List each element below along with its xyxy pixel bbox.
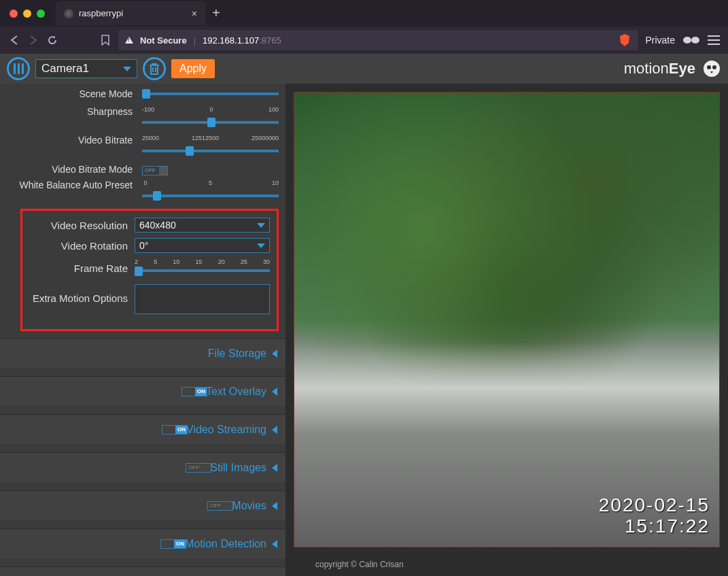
delete-camera-button[interactable] xyxy=(143,57,166,80)
browser-menu-button[interactable] xyxy=(708,35,720,45)
extra-motion-options-input[interactable] xyxy=(135,284,270,314)
motion-detection-toggle[interactable]: ON xyxy=(160,539,186,549)
camera-select-value: Camera1 xyxy=(41,62,89,75)
settings-sidebar: Scene Mode Sharpness -1000100 Video Bitr… xyxy=(0,84,285,576)
shield-icon[interactable] xyxy=(618,33,631,47)
scene-mode-label: Scene Mode xyxy=(0,88,139,99)
chevron-down-icon xyxy=(257,243,265,248)
camera-frame[interactable]: 2020-02-15 15:17:22 xyxy=(294,92,720,547)
hamburger-icon xyxy=(14,63,24,74)
warning-icon xyxy=(125,37,133,44)
preview-pane: 2020-02-15 15:17:22 copyright © Calin Cr… xyxy=(285,84,728,576)
copyright-text: copyright © Calin Crisan xyxy=(285,556,728,576)
url-host: 192.168.1.107 xyxy=(203,35,259,46)
video-resolution-label: Video Resolution xyxy=(29,220,135,231)
chevron-left-icon xyxy=(272,540,277,548)
chevron-left-icon xyxy=(272,388,277,396)
not-secure-label: Not Secure xyxy=(140,35,187,46)
window-close-button[interactable] xyxy=(10,10,18,18)
video-settings-highlight: Video Resolution 640x480 Video Rotation … xyxy=(20,209,279,331)
forward-button[interactable] xyxy=(27,34,39,46)
section-motion-detection[interactable]: ON Motion Detection xyxy=(0,528,285,558)
owl-logo-icon xyxy=(702,59,721,78)
video-rotation-select[interactable]: 0° xyxy=(135,238,270,253)
tab-close-button[interactable]: × xyxy=(192,8,197,19)
browser-tab[interactable]: raspberrypi × xyxy=(56,1,205,25)
svg-rect-4 xyxy=(708,44,720,45)
svg-point-6 xyxy=(707,65,711,69)
window-controls xyxy=(10,10,45,18)
reload-button[interactable] xyxy=(46,34,58,46)
svg-point-7 xyxy=(712,65,716,69)
private-mask-icon xyxy=(682,35,701,45)
svg-point-1 xyxy=(691,37,699,44)
app-title: motionEye xyxy=(624,60,695,78)
section-still-images[interactable]: OFF Still Images xyxy=(0,452,285,482)
camera-select[interactable]: Camera1 xyxy=(35,59,137,78)
scene-mode-slider[interactable] xyxy=(142,86,279,102)
window-minimize-button[interactable] xyxy=(23,10,31,18)
new-tab-button[interactable]: + xyxy=(212,5,220,21)
section-movies[interactable]: OFF Movies xyxy=(0,490,285,520)
svg-point-5 xyxy=(704,61,720,77)
trash-icon xyxy=(148,62,160,75)
window-maximize-button[interactable] xyxy=(37,10,45,18)
svg-point-0 xyxy=(683,37,691,44)
tab-bar: raspberrypi × + xyxy=(0,0,728,27)
section-text-overlay[interactable]: ON Text Overlay xyxy=(0,376,285,406)
svg-rect-2 xyxy=(708,35,720,37)
chevron-down-icon xyxy=(123,67,131,71)
bookmark-icon[interactable] xyxy=(99,34,111,46)
video-bitrate-mode-toggle[interactable]: OFF xyxy=(142,166,168,175)
app-header: Camera1 Apply motionEye xyxy=(0,54,728,84)
chevron-left-icon xyxy=(272,426,277,434)
tab-title: raspberrypi xyxy=(79,8,186,18)
wb-auto-preset-label: White Balance Auto Preset xyxy=(0,180,139,204)
menu-toggle-button[interactable] xyxy=(7,57,30,80)
private-mode-label: Private xyxy=(645,35,675,46)
movies-toggle[interactable]: OFF xyxy=(207,501,233,511)
video-bitrate-label: Video Bitrate xyxy=(0,135,139,159)
main-area: Scene Mode Sharpness -1000100 Video Bitr… xyxy=(0,84,728,576)
browser-chrome: raspberrypi × + Not Secure | 192.168.1.1… xyxy=(0,0,728,54)
wb-auto-preset-slider[interactable] xyxy=(142,188,279,204)
sharpness-slider[interactable] xyxy=(142,114,279,131)
section-file-storage[interactable]: File Storage xyxy=(0,338,285,368)
url-port: :8765 xyxy=(259,35,281,46)
section-video-streaming[interactable]: ON Video Streaming xyxy=(0,414,285,444)
back-button[interactable] xyxy=(8,34,20,46)
extra-motion-options-label: Extra Motion Options xyxy=(29,284,135,304)
section-motion-notifications[interactable]: Motion Notifications xyxy=(0,566,285,576)
frame-rate-label: Frame Rate xyxy=(29,262,135,274)
video-resolution-select[interactable]: 640x480 xyxy=(135,218,270,233)
frame-rate-slider[interactable] xyxy=(135,265,270,277)
video-streaming-toggle[interactable]: ON xyxy=(162,425,188,435)
browser-toolbar: Not Secure | 192.168.1.107:8765 Private xyxy=(0,27,728,54)
camera-timestamp: 2020-02-15 15:17:22 xyxy=(599,495,710,537)
chevron-left-icon xyxy=(272,350,277,358)
video-bitrate-slider[interactable] xyxy=(142,143,279,159)
text-overlay-toggle[interactable]: ON xyxy=(181,387,207,396)
sharpness-label: Sharpness xyxy=(0,106,139,131)
still-images-toggle[interactable]: OFF xyxy=(186,463,211,473)
apply-button[interactable]: Apply xyxy=(171,59,215,78)
favicon-icon xyxy=(64,9,73,18)
chevron-left-icon xyxy=(272,502,277,510)
video-bitrate-mode-label: Video Bitrate Mode xyxy=(0,164,139,175)
address-bar[interactable]: Not Secure | 192.168.1.107:8765 xyxy=(118,30,638,50)
svg-rect-3 xyxy=(708,39,720,41)
video-rotation-label: Video Rotation xyxy=(29,240,135,252)
chevron-down-icon xyxy=(257,223,265,228)
chevron-left-icon xyxy=(272,464,277,472)
